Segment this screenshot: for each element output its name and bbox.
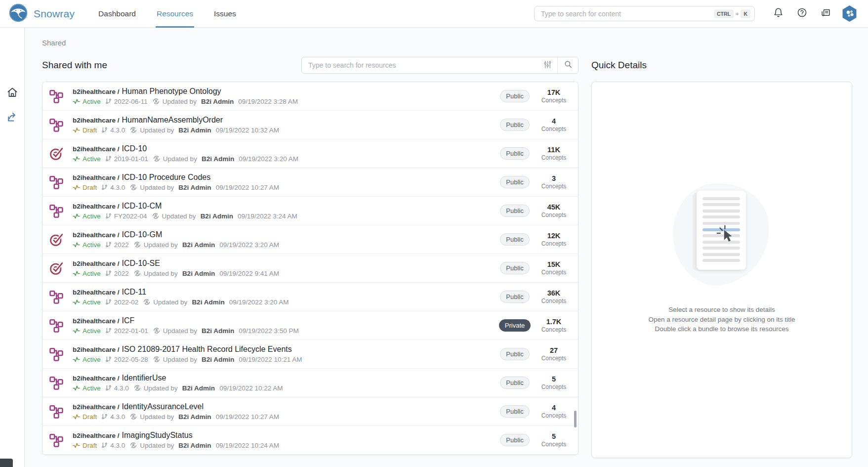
concepts-column: 12K Concepts — [534, 232, 574, 247]
sidebar-item-home[interactable] — [5, 86, 20, 101]
sidebar-item-shared[interactable] — [5, 111, 20, 126]
updated-by-label: Updated by — [163, 155, 197, 163]
updated-by-label: Updated by — [163, 98, 197, 105]
resource-prefix: b2ihealthcare / — [73, 260, 120, 267]
resource-title[interactable]: b2ihealthcare / Human Phenotype Ontology — [73, 87, 497, 96]
resource-type-icon — [49, 433, 65, 448]
nav-tab-issues[interactable]: Issues — [213, 0, 237, 28]
resource-row[interactable]: b2ihealthcare / ICD-10-CM Active — [42, 197, 578, 225]
document-illustration — [670, 183, 774, 289]
resource-row[interactable]: b2ihealthcare / IdentityAssuranceLevel D… — [42, 397, 578, 426]
resource-title[interactable]: b2ihealthcare / ICD-11 — [73, 288, 497, 297]
branch-icon — [105, 384, 112, 391]
updated-by-label: Updated by — [153, 298, 187, 306]
concepts-label: Concepts — [534, 326, 574, 333]
resource-title[interactable]: b2ihealthcare / ICD-10-CM — [73, 202, 497, 211]
resource-info: b2ihealthcare / ICD-11 Active — [73, 288, 497, 306]
visibility-column: Public — [497, 147, 533, 160]
resource-prefix: b2ihealthcare / — [73, 203, 120, 210]
resource-title[interactable]: b2ihealthcare / ICD-10-GM — [73, 230, 497, 239]
resource-name[interactable]: ICF — [122, 316, 135, 325]
updated-at: 09/19/2022 10:32 AM — [216, 127, 279, 134]
resource-name[interactable]: ICD-10 Procedure Codes — [122, 173, 211, 182]
codesystem-hierarchy-icon — [49, 318, 64, 333]
resource-column-head: Shared with me — [42, 57, 579, 74]
resource-row[interactable]: b2ihealthcare / IdentifierUse Active — [42, 369, 578, 397]
resource-title[interactable]: b2ihealthcare / ICD-10 Procedure Codes — [73, 173, 497, 182]
resource-name[interactable]: ICD-10-GM — [122, 230, 163, 239]
resource-title[interactable]: b2ihealthcare / ISO 21089-2017 Health Re… — [73, 345, 497, 354]
resource-row[interactable]: b2ihealthcare / Human Phenotype Ontology… — [42, 82, 578, 111]
brand[interactable]: Snowray — [9, 3, 75, 24]
help-button[interactable] — [793, 5, 810, 22]
resource-title[interactable]: b2ihealthcare / ICF — [73, 316, 497, 325]
updated-at: 09/19/2022 3:20 AM — [239, 155, 298, 163]
updated-by-label: Updated by — [163, 327, 197, 335]
user-avatar[interactable] — [842, 5, 857, 22]
resource-title[interactable]: b2ihealthcare / IdentityAssuranceLevel — [73, 402, 497, 411]
global-search[interactable]: CTRL + K — [534, 6, 755, 21]
resource-title[interactable]: b2ihealthcare / IdentifierUse — [73, 374, 497, 382]
resource-type-icon — [49, 146, 65, 161]
search-button[interactable] — [558, 57, 578, 73]
left-sidebar — [0, 28, 25, 467]
resource-row[interactable]: b2ihealthcare / ICD-10 Procedure Codes D… — [42, 168, 578, 197]
updated-at: 09/19/2022 10:27 AM — [216, 184, 279, 191]
resource-meta: Active 2022-05-28 — [73, 355, 497, 363]
resource-name[interactable]: IdentifierUse — [122, 374, 166, 382]
branch-icon — [101, 442, 108, 449]
resource-name[interactable]: Human Phenotype Ontology — [122, 87, 221, 96]
resource-status: Draft — [83, 442, 97, 449]
resource-name[interactable]: ImagingStudyStatus — [122, 431, 193, 440]
resource-name[interactable]: ICD-10-CM — [122, 202, 162, 211]
nav-tab-dashboard[interactable]: Dashboard — [97, 0, 137, 28]
updated-by-icon — [133, 241, 141, 249]
resource-row[interactable]: b2ihealthcare / ICD-10-GM Active — [42, 225, 578, 254]
resource-name[interactable]: HumanNameAssemblyOrder — [122, 116, 223, 125]
notifications-button[interactable] — [770, 5, 786, 22]
updated-by-user: B2i Admin — [192, 298, 224, 306]
updated-at: 09/19/2022 10:21 AM — [239, 356, 302, 363]
resource-name[interactable]: ICD-10 — [122, 144, 147, 153]
app-shell: Shared Shared with me — [0, 28, 868, 467]
whats-new-button[interactable] — [817, 5, 834, 22]
resource-row[interactable]: b2ihealthcare / ISO 21089-2017 Health Re… — [42, 340, 578, 369]
codesystem-hierarchy-icon — [49, 89, 64, 104]
resource-row[interactable]: b2ihealthcare / ICF Active — [42, 311, 578, 340]
resource-title[interactable]: b2ihealthcare / ImagingStudyStatus — [73, 431, 497, 440]
resource-title[interactable]: b2ihealthcare / ICD-10 — [73, 144, 497, 153]
resource-version: 4.3.0 — [110, 184, 125, 191]
resource-row[interactable]: b2ihealthcare / ICD-10 Active — [42, 139, 578, 168]
breadcrumb: Shared — [42, 39, 852, 47]
concepts-label: Concepts — [534, 412, 574, 419]
status-pulse-icon — [73, 328, 80, 334]
resource-title[interactable]: b2ihealthcare / ICD-10-SE — [73, 259, 497, 268]
resource-type-icon — [49, 290, 65, 304]
shortcut-hint: CTRL + K — [714, 9, 750, 18]
corner-widget[interactable] — [0, 459, 13, 467]
resource-type-icon — [49, 175, 65, 190]
list-scrollbar-thumb[interactable] — [574, 411, 577, 427]
resource-type-icon — [49, 376, 65, 390]
concepts-count: 12K — [534, 232, 574, 240]
resource-status: Draft — [83, 184, 97, 191]
resource-search-input[interactable] — [302, 61, 537, 69]
resource-row[interactable]: b2ihealthcare / ICD-10-SE Active — [42, 254, 578, 283]
concepts-count: 45K — [534, 203, 574, 211]
resource-prefix: b2ihealthcare / — [73, 145, 120, 153]
resource-row[interactable]: b2ihealthcare / ICD-11 Active — [42, 283, 578, 311]
concepts-label: Concepts — [534, 240, 574, 247]
nav-tab-resources[interactable]: Resources — [156, 0, 194, 28]
resource-name[interactable]: IdentityAssuranceLevel — [122, 402, 204, 411]
resource-row[interactable]: b2ihealthcare / HumanNameAssemblyOrder D… — [42, 111, 578, 139]
filter-button[interactable] — [537, 57, 557, 73]
resource-name[interactable]: ISO 21089-2017 Health Record Lifecycle E… — [122, 345, 292, 354]
resource-name[interactable]: ICD-10-SE — [122, 259, 160, 268]
concepts-label: Concepts — [534, 183, 574, 190]
kbd-k: K — [741, 9, 750, 18]
resource-meta: Active 2022-06-11 — [73, 97, 497, 105]
resource-name[interactable]: ICD-11 — [122, 288, 147, 297]
global-search-input[interactable] — [541, 10, 714, 18]
resource-title[interactable]: b2ihealthcare / HumanNameAssemblyOrder — [73, 116, 497, 125]
resource-row[interactable]: b2ihealthcare / ImagingStudyStatus Draft — [42, 426, 578, 455]
